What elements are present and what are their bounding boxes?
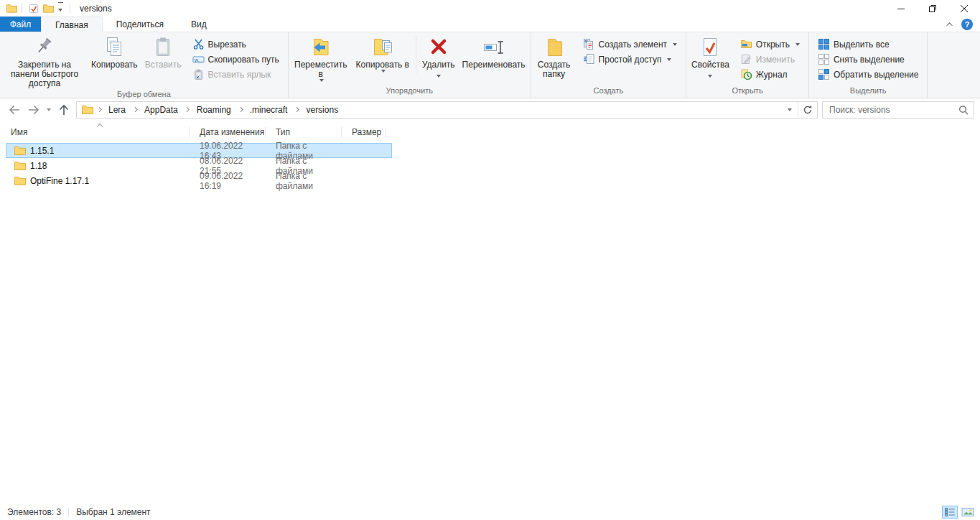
column-header-size[interactable]: Размер	[342, 124, 386, 141]
tab-view[interactable]: Вид	[177, 17, 220, 32]
select-all-icon	[818, 38, 830, 50]
pin-icon	[32, 35, 57, 60]
new-folder-button[interactable]: Создать папку	[533, 33, 576, 85]
group-divider	[416, 36, 416, 74]
breadcrumb-separator-icon[interactable]	[131, 102, 139, 118]
forward-button[interactable]	[24, 101, 43, 119]
copy-path-button[interactable]: w... Скопировать путь	[190, 52, 282, 67]
paste-button[interactable]: Вставить	[141, 33, 185, 89]
breadcrumb-item[interactable]: versions	[301, 102, 343, 118]
group-label-clipboard: Буфер обмена	[0, 89, 288, 99]
dropdown-caret-icon	[795, 43, 800, 46]
breadcrumb-separator-icon[interactable]	[236, 102, 245, 118]
invert-selection-button[interactable]: Обратить выделение	[815, 67, 922, 82]
dropdown-caret-icon	[667, 58, 671, 61]
breadcrumb-item[interactable]: AppData	[139, 102, 183, 118]
copy-to-button[interactable]: Копировать в	[352, 33, 414, 85]
easy-access-icon	[583, 53, 595, 65]
edit-button[interactable]: Изменить	[737, 52, 803, 67]
breadcrumb-separator-icon[interactable]	[183, 102, 192, 118]
pin-to-quick-access-button[interactable]: Закрепить на панели быстрого доступа	[1, 33, 88, 89]
breadcrumb-separator-icon[interactable]	[292, 102, 301, 118]
refresh-icon[interactable]	[798, 102, 817, 118]
search-box[interactable]	[822, 101, 974, 119]
new-folder-icon	[542, 35, 566, 60]
edit-icon	[740, 53, 752, 65]
file-modified: 09.06.2022 16:19	[190, 171, 266, 191]
copy-to-icon	[370, 35, 395, 60]
window-title: versions	[80, 4, 112, 14]
up-button[interactable]	[54, 101, 73, 119]
titlebar-separator	[22, 4, 22, 13]
details-view-button[interactable]	[942, 506, 958, 519]
breadcrumb-separator-icon[interactable]	[95, 102, 103, 118]
copy-button[interactable]: Копировать	[88, 33, 141, 89]
status-bar: Элементов: 3 Выбран 1 элемент	[0, 504, 980, 520]
close-button[interactable]	[948, 0, 980, 17]
back-button[interactable]	[4, 101, 24, 119]
explorer-window: versions Файл Главная Поделиться Вид	[0, 0, 980, 520]
app-folder-icon	[6, 4, 17, 13]
group-label-open: Открыть	[686, 85, 808, 98]
move-to-button[interactable]: Переместить в	[290, 33, 352, 85]
breadcrumb-item[interactable]: .minecraft	[245, 102, 293, 118]
tab-home[interactable]: Главная	[41, 17, 103, 32]
ribbon: Закрепить на панели быстрого доступа Коп…	[0, 32, 980, 98]
column-header-type[interactable]: Тип	[266, 124, 342, 141]
svg-text:w...: w...	[194, 57, 202, 62]
open-folder-icon	[740, 38, 752, 50]
file-name: 1.15.1	[30, 146, 54, 156]
ribbon-group-create: Создать папку Создать элемент	[531, 32, 687, 98]
qat-properties-icon[interactable]	[27, 1, 41, 16]
scissors-icon	[192, 38, 205, 50]
new-item-button[interactable]: Создать элемент	[580, 37, 681, 52]
easy-access-button[interactable]: Простой доступ	[580, 52, 681, 67]
dropdown-caret-icon	[673, 43, 677, 46]
restore-button[interactable]	[917, 0, 948, 17]
history-button[interactable]: Журнал	[737, 67, 803, 82]
file-type: Папка с файлами	[266, 171, 342, 191]
collapse-ribbon-icon[interactable]	[946, 22, 952, 28]
search-input[interactable]	[828, 104, 958, 116]
address-folder-icon	[82, 105, 93, 114]
thumbnails-view-button[interactable]	[960, 506, 976, 519]
paste-shortcut-button[interactable]: Вставить ярлык	[190, 67, 282, 82]
cut-button[interactable]: Вырезать	[190, 37, 282, 52]
ribbon-tab-row: Файл Главная Поделиться Вид	[0, 17, 980, 32]
help-icon[interactable]	[961, 19, 973, 30]
column-header-name[interactable]: Имя	[0, 124, 190, 141]
titlebar: versions	[0, 0, 980, 17]
breadcrumb-item[interactable]: Roaming	[192, 102, 236, 118]
tab-file[interactable]: Файл	[0, 17, 41, 32]
ribbon-group-clipboard: Закрепить на панели быстрого доступа Коп…	[0, 32, 289, 98]
properties-button[interactable]: Свойства	[688, 33, 733, 85]
tab-share[interactable]: Поделиться	[103, 17, 177, 32]
column-header-modified[interactable]: Дата изменения	[190, 124, 266, 141]
delete-button[interactable]: Удалить	[419, 33, 459, 85]
selection-count: Выбран 1 элемент	[76, 507, 150, 517]
qat-new-folder-icon[interactable]	[41, 1, 55, 16]
open-button[interactable]: Открыть	[737, 37, 803, 52]
dropdown-caret-icon	[708, 75, 712, 78]
rename-button[interactable]: Переименовать	[459, 33, 529, 85]
ribbon-group-organize: Переместить в Копировать в Удалить	[289, 32, 531, 98]
address-bar[interactable]: Lera AppData Roaming .minecraft versions	[76, 101, 818, 119]
items-count: Элементов: 3	[7, 507, 61, 517]
minimize-button[interactable]	[885, 0, 917, 17]
ribbon-group-open: Свойства Открыть Из	[686, 32, 809, 98]
search-icon[interactable]	[958, 105, 969, 115]
file-row[interactable]: OptiFine 1.17.1 09.06.2022 16:19 Папка с…	[6, 173, 392, 188]
qat-customize-caret-icon[interactable]	[55, 1, 65, 16]
move-to-icon	[309, 35, 333, 60]
select-none-button[interactable]: Снять выделение	[815, 52, 922, 67]
recent-locations-caret-icon[interactable]	[43, 101, 54, 119]
dropdown-caret-icon	[381, 70, 386, 73]
group-label-organize: Упорядочить	[289, 85, 531, 98]
select-all-button[interactable]: Выделить все	[815, 37, 922, 52]
breadcrumb-item[interactable]: Lera	[103, 102, 131, 118]
address-dropdown-caret-icon[interactable]	[782, 102, 798, 118]
file-name: 1.18	[30, 161, 47, 171]
copy-path-icon: w...	[192, 53, 205, 65]
select-none-icon	[818, 53, 830, 65]
invert-selection-icon	[818, 68, 830, 80]
